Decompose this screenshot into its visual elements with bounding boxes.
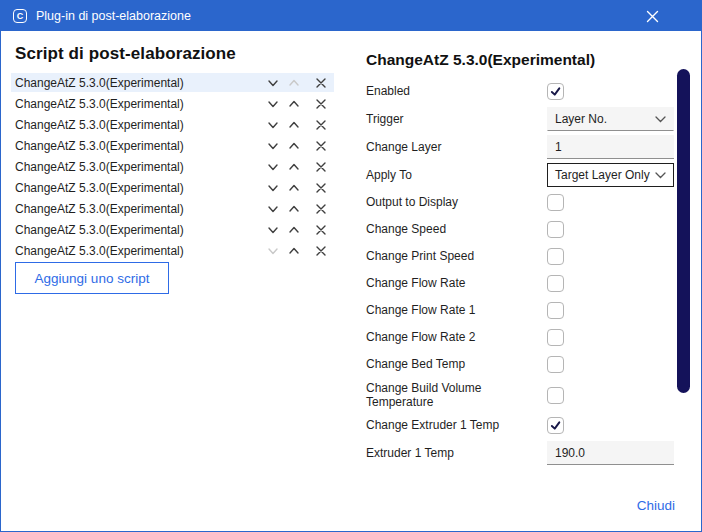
close-dialog-link[interactable]: Chiudi <box>637 498 675 513</box>
x-icon <box>315 224 327 236</box>
remove-script-button[interactable] <box>310 73 331 92</box>
move-script-down-button[interactable] <box>262 115 283 134</box>
script-list-item[interactable]: ChangeAtZ 5.3.0(Experimental) <box>11 157 334 176</box>
chevron-up-icon <box>288 98 300 110</box>
checkmark-icon <box>550 420 561 431</box>
setting-control <box>547 135 674 159</box>
setting-text-input[interactable] <box>547 441 674 465</box>
move-script-up-button[interactable] <box>283 136 304 155</box>
chevron-up-icon <box>288 245 300 257</box>
remove-script-button[interactable] <box>310 157 331 176</box>
script-name: ChangeAtZ 5.3.0(Experimental) <box>15 139 262 153</box>
remove-script-button[interactable] <box>310 241 331 260</box>
script-list-item[interactable]: ChangeAtZ 5.3.0(Experimental) <box>11 199 334 218</box>
script-list-item[interactable]: ChangeAtZ 5.3.0(Experimental) <box>11 136 334 155</box>
remove-script-button[interactable] <box>310 115 331 134</box>
chevron-down-icon <box>655 172 666 179</box>
window-close-button[interactable] <box>640 1 664 31</box>
checkmark-icon <box>550 86 561 97</box>
cura-app-icon: C <box>13 9 27 23</box>
move-script-up-button[interactable] <box>283 157 304 176</box>
chevron-up-icon <box>288 203 300 215</box>
move-script-up-button[interactable] <box>283 241 304 260</box>
setting-control <box>547 83 674 100</box>
setting-checkbox[interactable] <box>547 417 564 434</box>
move-script-up-button[interactable] <box>283 178 304 197</box>
add-script-button[interactable]: Aggiungi uno script <box>15 262 169 294</box>
setting-label: Change Print Speed <box>366 249 547 263</box>
setting-label: Change Speed <box>366 222 547 236</box>
script-list-item[interactable]: ChangeAtZ 5.3.0(Experimental) <box>11 94 334 113</box>
setting-control <box>547 275 674 292</box>
script-list-item[interactable]: ChangeAtZ 5.3.0(Experimental) <box>11 115 334 134</box>
setting-label: Output to Display <box>366 195 547 209</box>
chevron-down-icon <box>267 98 279 110</box>
setting-control <box>547 417 674 434</box>
setting-checkbox[interactable] <box>547 194 564 211</box>
chevron-up-icon <box>288 119 300 131</box>
script-list-item[interactable]: ChangeAtZ 5.3.0(Experimental) <box>11 73 334 92</box>
setting-label: Change Extruder 1 Temp <box>366 418 547 432</box>
move-script-up-button[interactable] <box>283 94 304 113</box>
script-name: ChangeAtZ 5.3.0(Experimental) <box>15 76 262 90</box>
script-name: ChangeAtZ 5.3.0(Experimental) <box>15 97 262 111</box>
setting-row: Change Extruder 1 Temp <box>366 412 675 439</box>
chevron-down-icon <box>267 245 279 257</box>
setting-checkbox[interactable] <box>547 221 564 238</box>
remove-script-button[interactable] <box>310 178 331 197</box>
remove-script-button[interactable] <box>310 136 331 155</box>
setting-checkbox[interactable] <box>547 302 564 319</box>
script-list-item[interactable]: ChangeAtZ 5.3.0(Experimental) <box>11 241 334 260</box>
setting-label: Change Bed Temp <box>366 357 547 371</box>
setting-checkbox[interactable] <box>547 329 564 346</box>
chevron-down-icon <box>267 119 279 131</box>
move-script-down-button[interactable] <box>262 136 283 155</box>
setting-checkbox[interactable] <box>547 248 564 265</box>
remove-script-button[interactable] <box>310 199 331 218</box>
setting-row: Change Layer <box>366 133 675 161</box>
setting-control <box>547 387 674 404</box>
setting-checkbox[interactable] <box>547 275 564 292</box>
remove-script-button[interactable] <box>310 220 331 239</box>
chevron-up-icon <box>288 224 300 236</box>
move-script-up-button[interactable] <box>283 220 304 239</box>
script-list-item[interactable]: ChangeAtZ 5.3.0(Experimental) <box>11 220 334 239</box>
setting-control <box>547 248 674 265</box>
move-script-up-button[interactable] <box>283 73 304 92</box>
setting-checkbox[interactable] <box>547 356 564 373</box>
setting-dropdown[interactable]: Target Layer Only <box>547 163 674 187</box>
move-script-down-button[interactable] <box>262 157 283 176</box>
script-name: ChangeAtZ 5.3.0(Experimental) <box>15 244 262 258</box>
setting-label: Change Layer <box>366 140 547 154</box>
script-list-item[interactable]: ChangeAtZ 5.3.0(Experimental) <box>11 178 334 197</box>
move-script-up-button[interactable] <box>283 199 304 218</box>
setting-label: Change Build Volume Temperature <box>366 381 547 410</box>
move-script-down-button[interactable] <box>262 199 283 218</box>
settings-scrollbar-thumb[interactable] <box>677 69 690 393</box>
move-script-down-button[interactable] <box>262 73 283 92</box>
setting-row: Change Flow Rate 1 <box>366 297 675 324</box>
setting-control <box>547 221 674 238</box>
move-script-up-button[interactable] <box>283 115 304 134</box>
setting-row: Change Bed Temp <box>366 351 675 378</box>
chevron-down-icon <box>267 140 279 152</box>
chevron-down-icon <box>655 116 666 123</box>
chevron-up-icon <box>288 182 300 194</box>
close-icon <box>646 10 659 23</box>
setting-dropdown[interactable]: Layer No. <box>547 107 674 131</box>
setting-checkbox[interactable] <box>547 387 564 404</box>
chevron-down-icon <box>267 203 279 215</box>
setting-checkbox[interactable] <box>547 83 564 100</box>
settings-list: Enabled Trigger Layer No. <box>366 78 675 467</box>
move-script-down-button[interactable] <box>262 220 283 239</box>
script-name: ChangeAtZ 5.3.0(Experimental) <box>15 160 262 174</box>
move-script-down-button[interactable] <box>262 241 283 260</box>
script-name: ChangeAtZ 5.3.0(Experimental) <box>15 223 262 237</box>
setting-label: Change Flow Rate <box>366 276 547 290</box>
setting-label: Change Flow Rate 1 <box>366 303 547 317</box>
setting-text-input[interactable] <box>547 135 674 159</box>
remove-script-button[interactable] <box>310 94 331 113</box>
setting-row: Apply To Target Layer Only <box>366 161 675 189</box>
move-script-down-button[interactable] <box>262 178 283 197</box>
move-script-down-button[interactable] <box>262 94 283 113</box>
